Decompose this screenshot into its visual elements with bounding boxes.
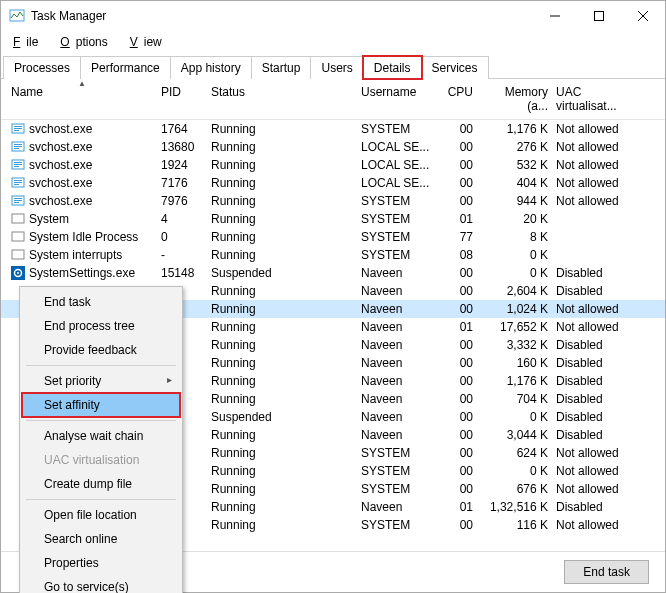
col-header-status[interactable]: Status: [207, 85, 357, 113]
svg-point-30: [17, 272, 19, 274]
col-header-pid[interactable]: PID: [157, 85, 207, 113]
svg-rect-23: [14, 200, 22, 201]
cell-username: LOCAL SE...: [357, 176, 437, 190]
cell-cpu: 00: [437, 266, 477, 280]
cell-pid: 1924: [157, 158, 207, 172]
menu-item-properties[interactable]: Properties: [22, 551, 180, 575]
col-header-cpu[interactable]: CPU: [437, 85, 477, 113]
cell-username: Naveen: [357, 374, 437, 388]
cell-cpu: 00: [437, 428, 477, 442]
cell-status: Running: [207, 320, 357, 334]
cell-name: svchost.exe: [29, 122, 92, 136]
cell-uac: Disabled: [552, 410, 644, 424]
cell-pid: 7976: [157, 194, 207, 208]
table-row[interactable]: svchost.exe1924RunningLOCAL SE...00532 K…: [1, 156, 665, 174]
col-header-uac[interactable]: UAC virtualisat...: [552, 85, 644, 113]
menu-item-open-file-location[interactable]: Open file location: [22, 503, 180, 527]
menu-item-search-online[interactable]: Search online: [22, 527, 180, 551]
menu-item-analyse-wait-chain[interactable]: Analyse wait chain: [22, 424, 180, 448]
cell-uac: Not allowed: [552, 302, 644, 316]
process-icon: [11, 230, 25, 244]
tab-app-history[interactable]: App history: [170, 56, 252, 79]
process-icon: [11, 248, 25, 262]
cell-username: SYSTEM: [357, 518, 437, 532]
col-header-name[interactable]: ▲ Name: [7, 85, 157, 113]
menu-view[interactable]: View: [124, 33, 174, 51]
menu-item-end-task[interactable]: End task: [22, 290, 180, 314]
svg-rect-16: [14, 166, 19, 167]
cell-uac: Disabled: [552, 338, 644, 352]
cell-uac: Not allowed: [552, 194, 644, 208]
menu-separator: [26, 420, 176, 421]
table-row[interactable]: svchost.exe13680RunningLOCAL SE...00276 …: [1, 138, 665, 156]
menu-options[interactable]: Options: [54, 33, 119, 51]
cell-cpu: 00: [437, 194, 477, 208]
cell-name: svchost.exe: [29, 140, 92, 154]
cell-uac: Not allowed: [552, 518, 644, 532]
cell-cpu: 00: [437, 338, 477, 352]
maximize-button[interactable]: [577, 1, 621, 31]
cell-status: Running: [207, 338, 357, 352]
cell-pid: 0: [157, 230, 207, 244]
menu-item-end-process-tree[interactable]: End process tree: [22, 314, 180, 338]
process-icon: [11, 212, 25, 226]
cell-username: Naveen: [357, 428, 437, 442]
cell-username: LOCAL SE...: [357, 140, 437, 154]
table-row[interactable]: svchost.exe1764RunningSYSTEM001,176 KNot…: [1, 120, 665, 138]
col-header-memory[interactable]: Memory (a...: [477, 85, 552, 113]
table-row[interactable]: SystemSettings.exe15148SuspendedNaveen00…: [1, 264, 665, 282]
cell-memory: 3,332 K: [477, 338, 552, 352]
cell-memory: 17,652 K: [477, 320, 552, 334]
close-button[interactable]: [621, 1, 665, 31]
cell-uac: Disabled: [552, 500, 644, 514]
cell-memory: 1,176 K: [477, 122, 552, 136]
menu-item-go-to-service-s-[interactable]: Go to service(s): [22, 575, 180, 593]
cell-cpu: 00: [437, 374, 477, 388]
menu-item-set-affinity[interactable]: Set affinity: [22, 393, 180, 417]
table-row[interactable]: svchost.exe7176RunningLOCAL SE...00404 K…: [1, 174, 665, 192]
tab-bar: ProcessesPerformanceApp historyStartupUs…: [1, 55, 665, 79]
tab-performance[interactable]: Performance: [80, 56, 171, 79]
cell-cpu: 00: [437, 122, 477, 136]
table-row[interactable]: System4RunningSYSTEM0120 K: [1, 210, 665, 228]
tab-users[interactable]: Users: [310, 56, 363, 79]
cell-username: SYSTEM: [357, 482, 437, 496]
titlebar: Task Manager: [1, 1, 665, 31]
svg-rect-24: [14, 202, 19, 203]
cell-memory: 624 K: [477, 446, 552, 460]
sort-ascending-icon: ▲: [78, 79, 86, 88]
tab-details[interactable]: Details: [363, 56, 422, 79]
cell-username: Naveen: [357, 320, 437, 334]
cell-memory: 160 K: [477, 356, 552, 370]
cell-uac: Not allowed: [552, 446, 644, 460]
svg-rect-12: [14, 148, 19, 149]
menu-file[interactable]: File: [7, 33, 50, 51]
cell-username: SYSTEM: [357, 464, 437, 478]
cell-status: Running: [207, 374, 357, 388]
cell-username: Naveen: [357, 338, 437, 352]
cell-cpu: 00: [437, 482, 477, 496]
table-header: ▲ Name PID Status Username CPU Memory (a…: [1, 79, 665, 120]
cell-name: System Idle Process: [29, 230, 138, 244]
menu-item-provide-feedback[interactable]: Provide feedback: [22, 338, 180, 362]
cell-status: Running: [207, 518, 357, 532]
tab-startup[interactable]: Startup: [251, 56, 312, 79]
table-row[interactable]: System Idle Process0RunningSYSTEM778 K: [1, 228, 665, 246]
tab-processes[interactable]: Processes: [3, 56, 81, 79]
cell-username: Naveen: [357, 410, 437, 424]
table-row[interactable]: svchost.exe7976RunningSYSTEM00944 KNot a…: [1, 192, 665, 210]
menu-item-create-dump-file[interactable]: Create dump file: [22, 472, 180, 496]
minimize-button[interactable]: [533, 1, 577, 31]
svg-rect-26: [12, 232, 24, 241]
col-header-username[interactable]: Username: [357, 85, 437, 113]
menu-item-set-priority[interactable]: Set priority: [22, 369, 180, 393]
tab-services[interactable]: Services: [421, 56, 489, 79]
context-menu: End taskEnd process treeProvide feedback…: [19, 286, 183, 593]
svg-rect-27: [12, 250, 24, 259]
task-manager-window: Task Manager File Options View Processes…: [0, 0, 666, 593]
cell-cpu: 00: [437, 176, 477, 190]
end-task-button[interactable]: End task: [564, 560, 649, 584]
table-row[interactable]: System interrupts-RunningSYSTEM080 K: [1, 246, 665, 264]
svg-rect-10: [14, 144, 22, 145]
cell-memory: 8 K: [477, 230, 552, 244]
